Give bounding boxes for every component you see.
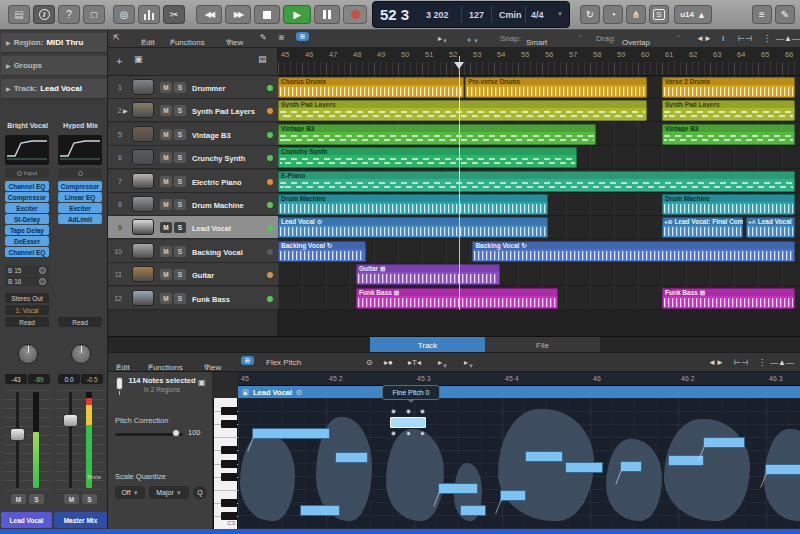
flex-pitch-note[interactable] xyxy=(500,490,526,501)
editor-hzoom-icon[interactable]: ◄► xyxy=(708,358,724,367)
flex-pitch-note[interactable] xyxy=(703,437,745,448)
automation-slot[interactable]: Read xyxy=(5,317,49,327)
track-solo-button[interactable]: S xyxy=(174,222,186,233)
eq-thumbnail[interactable] xyxy=(5,135,49,165)
plugin-slot[interactable]: Linear EQ xyxy=(58,192,102,202)
note-hotspot[interactable] xyxy=(391,409,396,414)
pan-knob[interactable] xyxy=(18,344,38,364)
midi-in-icon[interactable]: ▸● xyxy=(384,358,393,367)
disclosure-icon[interactable]: ▶ xyxy=(123,107,128,114)
region-inspector-row[interactable]: ▶ Region: MIDI Thru xyxy=(1,33,107,53)
region-funk-bass[interactable]: Funk Bass ⊞ xyxy=(356,288,558,309)
region-pre-verse-drums[interactable]: Pre-verse Drums xyxy=(465,77,646,98)
plugin-slot[interactable]: AdLimit xyxy=(58,214,102,224)
stop-button[interactable] xyxy=(254,5,280,24)
add-track-button[interactable]: ＋ xyxy=(114,54,124,68)
region-lead-vocal-final-comp[interactable]: ▸⊞Lead Vocal: Final Comp xyxy=(662,217,743,238)
smart-controls-button[interactable]: ◎ xyxy=(113,5,135,24)
count-in-button[interactable]: ◔ xyxy=(603,5,623,24)
flex-pitch-icon[interactable]: ≋ xyxy=(241,356,254,365)
track-header-backing-vocal[interactable]: 10MSBacking Vocal xyxy=(108,240,278,263)
black-key[interactable] xyxy=(221,460,237,468)
editor-alt-tool[interactable]: ▸ ▼ xyxy=(464,358,468,367)
catch-playhead-icon[interactable]: ⇱ xyxy=(113,33,120,42)
drag-stepper-icon[interactable]: ⌃ xyxy=(676,34,681,41)
inspector-button[interactable]: i xyxy=(33,5,55,24)
quick-help-button[interactable]: ? xyxy=(58,5,80,24)
track-header-drum-machine[interactable]: 8MSDrum Machine xyxy=(108,193,278,216)
track-mute-button[interactable]: M xyxy=(160,246,172,257)
editors-button[interactable]: ✂ xyxy=(163,5,185,24)
mixer-button[interactable] xyxy=(138,5,160,24)
snap-stepper-icon[interactable]: ⌃ xyxy=(578,34,583,41)
flex-pitch-note[interactable] xyxy=(525,451,563,462)
pitch-correction-knob[interactable] xyxy=(172,429,180,437)
track-solo-button[interactable]: S xyxy=(174,246,186,257)
black-key[interactable] xyxy=(221,512,237,520)
track-solo-button[interactable]: S xyxy=(174,176,186,187)
track-mute-button[interactable]: M xyxy=(160,222,172,233)
groups-inspector-row[interactable]: ▶ Groups xyxy=(1,56,107,76)
track-solo-button[interactable]: S xyxy=(174,269,186,280)
solo-button[interactable]: S xyxy=(649,5,669,24)
hzoom-icon[interactable]: ◄► xyxy=(696,34,712,43)
zoom-slider[interactable]: —▲— xyxy=(776,34,800,43)
plugin-slot[interactable]: Compressor xyxy=(58,181,102,191)
note-hotspot[interactable] xyxy=(420,431,425,436)
group-slot[interactable]: 1: Vocal xyxy=(5,305,49,315)
cycle-button[interactable]: ↻ xyxy=(580,5,600,24)
mute-button[interactable]: M xyxy=(11,494,26,504)
region-chorus-drums[interactable]: Chorus Drums xyxy=(278,77,464,98)
tab-file[interactable]: File xyxy=(485,337,600,353)
track-header-funk-bass[interactable]: 12MSFunk Bass xyxy=(108,287,278,310)
playhead-handle[interactable] xyxy=(454,62,464,69)
cpu-badge[interactable]: u14 ▲ xyxy=(674,5,712,24)
forward-button[interactable]: ▶▶ xyxy=(225,5,251,24)
mute-button[interactable]: M xyxy=(64,494,79,504)
editor-ruler[interactable]: 4545 245 345 44646 246 3 xyxy=(238,372,800,386)
quantize-button[interactable]: Q xyxy=(193,486,207,499)
local-inspector-icon[interactable]: ▣ xyxy=(198,378,206,387)
list-editors-button[interactable]: ≡ xyxy=(752,5,772,24)
flex-pitch-note[interactable] xyxy=(438,483,478,494)
editor-wave-zoom-icon[interactable]: ⊢⊣ xyxy=(734,358,748,367)
track-header-lead-vocal[interactable]: 9MSLead Vocal xyxy=(108,216,278,239)
catch-icon[interactable]: ⊙ xyxy=(366,358,373,367)
record-button[interactable] xyxy=(343,5,367,24)
flex-pitch-note[interactable] xyxy=(335,452,368,463)
duplicate-track-button[interactable]: ▣ xyxy=(134,54,143,64)
more-icon[interactable]: ⋮ xyxy=(763,34,771,43)
automation-slot[interactable]: Read xyxy=(58,317,102,327)
output-slot[interactable]: Stereo Out xyxy=(5,293,49,303)
tab-track[interactable]: Track xyxy=(370,337,485,353)
region-drum-machine[interactable]: Drum Machine xyxy=(278,194,548,215)
solo-button[interactable]: S xyxy=(82,494,97,504)
track-inspector-row[interactable]: ▶ Track: Lead Vocal xyxy=(1,79,107,99)
region-play-icon[interactable]: ▸ xyxy=(242,389,249,396)
playhead[interactable] xyxy=(459,56,460,310)
region-vintage-b3[interactable]: Vintage B3 xyxy=(662,124,795,145)
pause-button[interactable] xyxy=(314,5,340,24)
editor-pointer-tool[interactable]: ▸ ▼ xyxy=(438,358,442,367)
track-solo-button[interactable]: S xyxy=(174,105,186,116)
region-backing-vocal[interactable]: Backing Vocal ↻ xyxy=(472,241,795,262)
editor-zoom-slider[interactable]: —▲— xyxy=(770,358,794,367)
solo-button[interactable]: S xyxy=(29,494,44,504)
strip-footer-label[interactable]: Lead Vocal xyxy=(1,512,52,528)
editor-region-header[interactable]: ▸ Lead Vocal ⊙ xyxy=(238,386,800,398)
region-backing-vocal[interactable]: Backing Vocal ↻ xyxy=(278,241,366,262)
lcd-chevron-icon[interactable]: ▼ xyxy=(557,11,563,17)
region-funk-bass[interactable]: Funk Bass ⊞ xyxy=(662,288,795,309)
black-key[interactable] xyxy=(221,473,237,481)
flex-pitch-note[interactable] xyxy=(300,505,340,516)
region-verse-2-drums[interactable]: Verse 2 Drums xyxy=(662,77,795,98)
waveform-zoom-icon[interactable]: ⊢⊣ xyxy=(738,34,752,43)
vzoom-icon[interactable]: I xyxy=(722,34,724,43)
track-solo-button[interactable]: S xyxy=(174,82,186,93)
pointer-tool-menu[interactable]: ▸ ▼ xyxy=(438,34,442,43)
bar-ruler[interactable]: 4546474849505152535455565758596061626364… xyxy=(278,48,800,76)
flex-icon[interactable]: ≋ xyxy=(278,33,285,42)
region-e-piano[interactable]: E-Piano xyxy=(278,171,795,192)
track-header-drummer[interactable]: 1MSDrummer xyxy=(108,76,278,99)
track-header-guitar[interactable]: 11MSGuitar xyxy=(108,263,278,286)
